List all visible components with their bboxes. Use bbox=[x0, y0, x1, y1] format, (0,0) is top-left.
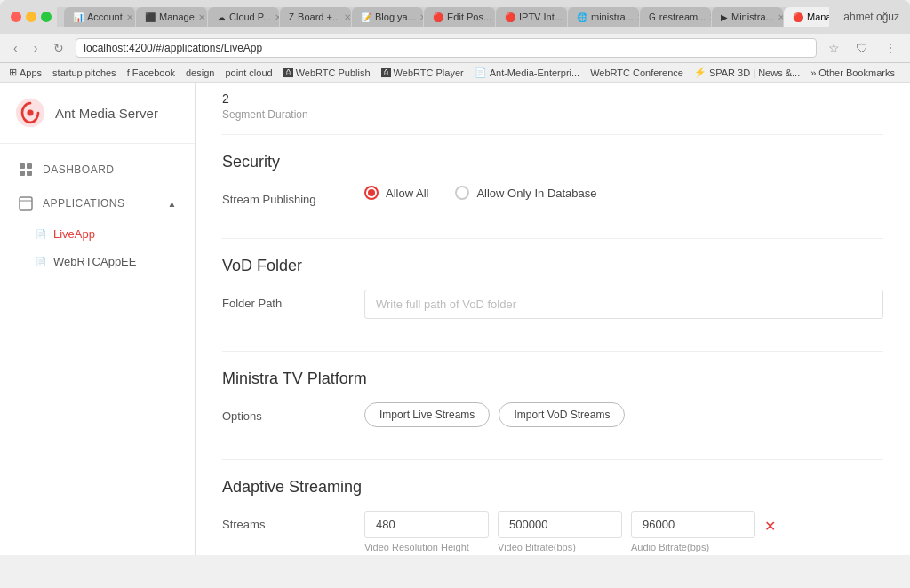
bookmark-apps[interactable]: ⊞ Apps bbox=[9, 67, 42, 78]
tab-cloud[interactable]: ☁ Cloud P... ✕ bbox=[208, 7, 279, 27]
folder-path-input[interactable] bbox=[364, 290, 883, 319]
import-live-button[interactable]: Import Live Streams bbox=[364, 402, 490, 427]
refresh-button[interactable]: ↻ bbox=[49, 39, 68, 57]
bookmark-webrtc-publish[interactable]: 🅰 WebRTC Publish bbox=[283, 68, 371, 78]
file-icon-webrtc: 📄 bbox=[36, 257, 46, 266]
back-button[interactable]: ‹ bbox=[9, 39, 22, 57]
resolution-field-1: Video Resolution Height bbox=[364, 511, 489, 552]
bookmark-other[interactable]: » Other Bookmarks bbox=[810, 68, 895, 78]
tab-restream[interactable]: G restream... ✕ bbox=[640, 7, 711, 27]
sidebar-item-liveapp[interactable]: 📄 LiveApp bbox=[0, 220, 195, 248]
tab-close-icon[interactable]: ✕ bbox=[566, 12, 567, 22]
stream-publishing-row: Stream Publishing Allow All Allow Only I… bbox=[222, 186, 883, 206]
sidebar-item-dashboard[interactable]: DASHBOARD bbox=[0, 153, 195, 187]
adaptive-streaming-section: Adaptive Streaming Streams Video Resolut… bbox=[222, 460, 883, 555]
video-bitrate-input-1[interactable] bbox=[498, 511, 622, 538]
allow-all-radio[interactable]: Allow All bbox=[364, 186, 428, 200]
tab-blog[interactable]: 📝 Blog ya... ✕ bbox=[352, 7, 423, 27]
segment-duration-value: 2 bbox=[222, 91, 883, 106]
streams-list: Video Resolution Height Video Bitrate(bp… bbox=[364, 511, 883, 555]
delete-stream-1-icon[interactable]: ✕ bbox=[764, 518, 776, 535]
menu-button[interactable]: ⋮ bbox=[880, 39, 901, 57]
vod-folder-title: VoD Folder bbox=[222, 257, 883, 275]
bookmark-webrtc-player[interactable]: 🅰 WebRTC Player bbox=[381, 68, 464, 78]
tab-close-icon[interactable]: ✕ bbox=[198, 12, 205, 22]
tab-close-icon[interactable]: ✕ bbox=[709, 12, 711, 22]
webrtcappee-label: WebRTCAppEE bbox=[53, 255, 136, 268]
security-section: Security Stream Publishing Allow All All… bbox=[222, 135, 883, 239]
bookmark-spar[interactable]: ⚡ SPAR 3D | News &... bbox=[694, 67, 800, 78]
tab-iptv[interactable]: 🔴 IPTV Int... ✕ bbox=[496, 7, 567, 27]
sidebar-item-applications[interactable]: APPLICATIONS ▲ bbox=[0, 187, 195, 220]
options-row: Options Import Live Streams Import VoD S… bbox=[222, 402, 883, 427]
tab-close-icon[interactable]: ✕ bbox=[275, 12, 279, 22]
bookmark-webrtc-conf[interactable]: WebRTC Conference bbox=[590, 68, 683, 78]
allow-only-radio[interactable]: Allow Only In Database bbox=[455, 186, 596, 200]
applications-label: APPLICATIONS bbox=[43, 197, 124, 210]
tabs-bar: 📊 Account ✕ ⬛ Manage ✕ ☁ Cloud P... ✕ Z … bbox=[57, 7, 829, 27]
options-buttons: Import Live Streams Import VoD Streams bbox=[364, 402, 625, 427]
ministra-section: Ministra TV Platform Options Import Live… bbox=[222, 352, 883, 460]
tab-ministra[interactable]: 🌐 ministra... ✕ bbox=[568, 7, 639, 27]
tab-manage2[interactable]: 🔴 Manage... ✕ bbox=[784, 7, 829, 27]
logo-text: Ant Media Server bbox=[55, 106, 158, 121]
stream-publishing-label: Stream Publishing bbox=[222, 186, 364, 206]
bookmark-design[interactable]: design bbox=[186, 68, 214, 78]
navigation-bar: ‹ › ↻ ☆ 🛡 ⋮ bbox=[0, 34, 910, 63]
title-bar: 📊 Account ✕ ⬛ Manage ✕ ☁ Cloud P... ✕ Z … bbox=[0, 0, 910, 34]
tab-close-icon[interactable]: ✕ bbox=[344, 12, 351, 22]
svg-point-1 bbox=[27, 109, 33, 115]
file-icon-liveapp: 📄 bbox=[36, 229, 46, 239]
sidebar-nav: DASHBOARD APPLICATIONS ▲ 📄 LiveApp bbox=[0, 144, 195, 284]
sidebar: Ant Media Server DASHBOARD bbox=[0, 83, 196, 555]
tab-board[interactable]: Z Board +... ✕ bbox=[280, 7, 351, 27]
sidebar-item-webrtcappee[interactable]: 📄 WebRTCAppEE bbox=[0, 248, 195, 275]
video-bitrate-field-1: Video Bitrate(bps) bbox=[498, 511, 622, 552]
tab-manage[interactable]: ⬛ Manage ✕ bbox=[136, 7, 207, 27]
browser-chrome: 📊 Account ✕ ⬛ Manage ✕ ☁ Cloud P... ✕ Z … bbox=[0, 0, 910, 83]
svg-rect-3 bbox=[27, 163, 32, 169]
resolution-input-1[interactable] bbox=[364, 511, 489, 538]
bookmark-startup[interactable]: startup pitches bbox=[52, 68, 116, 78]
bookmark-ant-media[interactable]: 📄 Ant-Media-Enterpri... bbox=[475, 67, 579, 78]
import-vod-button[interactable]: Import VoD Streams bbox=[499, 402, 625, 427]
tab-edit[interactable]: 🔴 Edit Pos... ✕ bbox=[424, 7, 495, 27]
main-content[interactable]: 2 Segment Duration Security Stream Publi… bbox=[196, 83, 910, 555]
dashboard-label: DASHBOARD bbox=[43, 163, 115, 176]
liveapp-label: LiveApp bbox=[53, 227, 95, 241]
ministra-title: Ministra TV Platform bbox=[222, 369, 883, 388]
audio-bitrate-label-1: Audio Bitrate(bps) bbox=[631, 542, 755, 552]
radio-circle-unselected bbox=[455, 186, 469, 200]
minimize-button[interactable] bbox=[26, 12, 36, 22]
video-bitrate-label-1: Video Bitrate(bps) bbox=[498, 542, 622, 552]
bookmark-pointcloud[interactable]: point cloud bbox=[225, 68, 272, 78]
segment-section: 2 Segment Duration bbox=[222, 83, 883, 135]
segment-duration-label: Segment Duration bbox=[222, 108, 883, 121]
bookmark-button[interactable]: ☆ bbox=[824, 39, 844, 57]
content-inner: 2 Segment Duration Security Stream Publi… bbox=[196, 83, 910, 555]
tab-close-icon[interactable]: ✕ bbox=[637, 12, 639, 22]
svg-rect-2 bbox=[20, 163, 25, 169]
tab-account[interactable]: 📊 Account ✕ bbox=[64, 7, 135, 27]
maximize-button[interactable] bbox=[41, 12, 52, 22]
radio-group: Allow All Allow Only In Database bbox=[364, 186, 597, 200]
extensions-button[interactable]: 🛡 bbox=[851, 39, 873, 57]
streams-label: Streams bbox=[222, 511, 364, 555]
close-button[interactable] bbox=[11, 12, 21, 22]
user-name: ahmet oğuz bbox=[843, 11, 899, 23]
logo-icon bbox=[14, 97, 46, 129]
resolution-label-1: Video Resolution Height bbox=[364, 542, 489, 552]
bookmark-facebook[interactable]: f Facebook bbox=[127, 68, 175, 78]
tab-ministra2[interactable]: ▶ Ministra... ✕ bbox=[712, 7, 783, 27]
radio-circle-selected bbox=[364, 186, 379, 200]
tab-close-icon[interactable]: ✕ bbox=[126, 12, 133, 22]
tab-close-icon[interactable]: ✕ bbox=[778, 12, 783, 22]
url-input[interactable] bbox=[76, 38, 817, 58]
audio-bitrate-input-1[interactable] bbox=[631, 511, 755, 538]
tab-close-icon[interactable]: ✕ bbox=[419, 12, 423, 22]
stream-row-1: Video Resolution Height Video Bitrate(bp… bbox=[364, 511, 883, 552]
applications-icon bbox=[18, 195, 34, 211]
forward-button[interactable]: › bbox=[29, 39, 43, 57]
allow-all-label: Allow All bbox=[386, 187, 428, 200]
security-title: Security bbox=[222, 153, 883, 171]
